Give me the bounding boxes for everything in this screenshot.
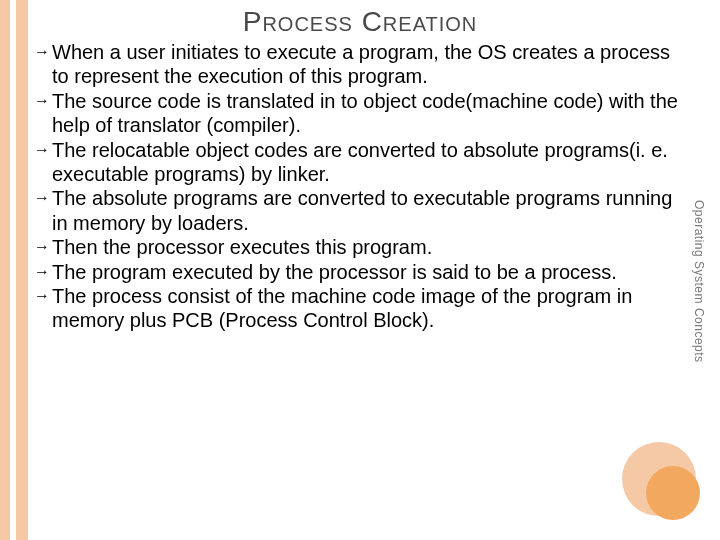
bullet-item: → The relocatable object codes are conve… xyxy=(34,138,680,187)
bullet-item: → Then the processor executes this progr… xyxy=(34,235,680,259)
side-label: Operating System Concepts xyxy=(688,200,706,420)
bullet-item: → The source code is translated in to ob… xyxy=(34,89,680,138)
arrow-icon: → xyxy=(34,91,50,111)
bullet-text: The process consist of the machine code … xyxy=(52,285,632,331)
decor-circle-inner xyxy=(646,466,700,520)
slide-title: Process Creation xyxy=(0,6,720,38)
bullet-item: → The process consist of the machine cod… xyxy=(34,284,680,333)
bullet-item: → The program executed by the processor … xyxy=(34,260,680,284)
arrow-icon: → xyxy=(34,188,50,208)
arrow-icon: → xyxy=(34,42,50,62)
bullet-text: The absolute programs are converted to e… xyxy=(52,187,672,233)
decor-stripe-outer xyxy=(0,0,10,540)
slide: Process Creation → When a user initiates… xyxy=(0,0,720,540)
arrow-icon: → xyxy=(34,237,50,257)
decor-stripe-inner xyxy=(16,0,28,540)
arrow-icon: → xyxy=(34,262,50,282)
bullet-text: The source code is translated in to obje… xyxy=(52,90,678,136)
bullet-item: → When a user initiates to execute a pro… xyxy=(34,40,680,89)
bullet-text: When a user initiates to execute a progr… xyxy=(52,41,670,87)
bullet-text: Then the processor executes this program… xyxy=(52,236,432,258)
bullet-text: The program executed by the processor is… xyxy=(52,261,617,283)
bullet-item: → The absolute programs are converted to… xyxy=(34,186,680,235)
bullet-text: The relocatable object codes are convert… xyxy=(52,139,668,185)
arrow-icon: → xyxy=(34,286,50,306)
arrow-icon: → xyxy=(34,140,50,160)
slide-content: → When a user initiates to execute a pro… xyxy=(34,40,680,333)
